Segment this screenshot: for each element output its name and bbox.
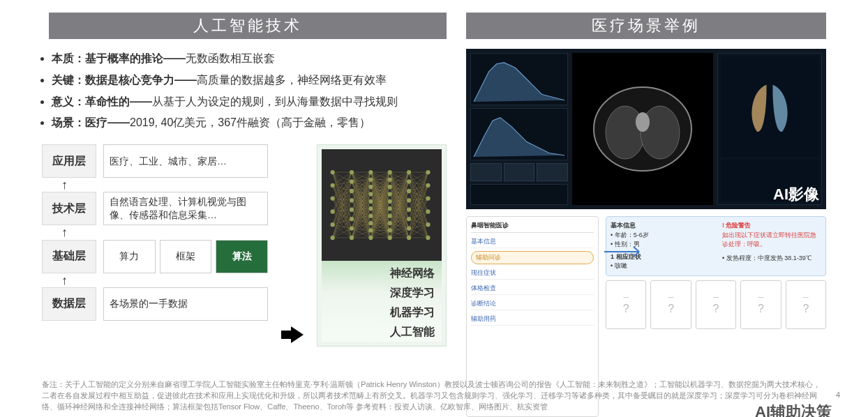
diag-line: 基本信息: [471, 236, 594, 248]
nn-label-1: 神经网络: [322, 264, 435, 283]
diagnosis-title: 鼻咽智能医诊: [471, 221, 594, 233]
suggestion-card: —?: [606, 280, 646, 329]
svg-point-365: [350, 198, 354, 202]
svg-line-314: [409, 172, 428, 181]
bullet-1: 本质：基于概率的推论——无数函数相互嵌套: [52, 49, 447, 69]
svg-point-394: [407, 208, 411, 212]
diag-line: 现往症状: [471, 267, 594, 280]
svg-point-403: [426, 236, 430, 240]
arrow-up-icon: ↑: [61, 225, 268, 239]
bullet-3: 意义：革命性的——从基于人为设定的规则，到从海量数据中寻找规则: [52, 92, 447, 112]
svg-line-299: [390, 231, 409, 238]
svg-line-229: [390, 172, 409, 181]
svg-point-377: [368, 221, 373, 225]
diag-pill: 辅助问诊: [471, 251, 594, 264]
svg-point-389: [388, 236, 392, 240]
right-column: AI影像 鼻咽智能医诊 基本信息 辅助问诊 现往症状 体格检查 诊断结论 辅助用…: [466, 49, 826, 417]
section-header-left: 人工智能技术: [49, 13, 447, 39]
bullet-2: 关键：数据是核心竞争力——高质量的数据越多，神经网络更有效率: [52, 70, 447, 91]
page-number: 4: [836, 391, 840, 399]
svg-point-401: [426, 209, 430, 213]
svg-point-383: [388, 192, 392, 196]
svg-line-36: [333, 210, 352, 225]
layer-tech-label: 技术层: [42, 192, 96, 225]
svg-line-31: [333, 212, 352, 238]
svg-point-364: [350, 189, 354, 193]
architecture-diagram: 应用层 医疗、工业、城市、家居… ↑ 技术层 自然语言处理、计算机视觉与图像、传…: [42, 144, 447, 417]
svg-point-398: [426, 170, 430, 174]
layer-data-body: 各场景的一手数据: [103, 287, 268, 321]
svg-point-385: [388, 206, 392, 211]
svg-point-381: [388, 178, 392, 182]
svg-point-371: [368, 178, 373, 182]
svg-point-393: [407, 198, 411, 202]
suggestion-card: —?: [696, 280, 736, 329]
suggestion-card: —?: [786, 280, 826, 329]
data-table-panel: [470, 184, 568, 205]
layer-base-label: 基础层: [42, 240, 96, 273]
svg-line-310: [409, 172, 428, 199]
svg-point-395: [407, 217, 411, 221]
diag-line: 诊断结论: [471, 298, 594, 310]
svg-point-362: [350, 170, 354, 174]
svg-point-359: [331, 209, 335, 213]
suggestion-card: —?: [740, 280, 781, 329]
svg-line-353: [409, 212, 428, 238]
svg-line-42: [333, 191, 352, 238]
svg-line-351: [409, 185, 428, 238]
section-header-right: 医疗场景举例: [466, 13, 826, 39]
ai-imaging-label: AI影像: [773, 184, 819, 205]
svg-point-390: [407, 170, 411, 174]
svg-point-399: [426, 183, 430, 188]
svg-point-392: [407, 189, 411, 193]
footnote: 备注：关于人工智能的定义分别来自麻省理工学院人工智能实验室主任帕特里克·亨利·温…: [42, 379, 826, 413]
nn-label-4: 人工智能: [322, 322, 435, 342]
nn-label-2: 深度学习: [322, 283, 435, 303]
svg-point-370: [368, 170, 373, 174]
svg-point-386: [388, 214, 392, 218]
svg-point-369: [350, 236, 354, 240]
diag-line: 体格检查: [471, 282, 594, 295]
svg-point-375: [368, 206, 373, 211]
bullet-4: 场景：医疗——2019, 40亿美元，367件融资（高于金融，零售）: [52, 113, 447, 133]
svg-line-327: [409, 185, 428, 200]
arrow-right-icon: [603, 241, 648, 262]
suggestion-card: —?: [650, 280, 691, 329]
svg-point-372: [368, 185, 373, 189]
layer-app-body: 医疗、工业、城市、家居…: [103, 144, 268, 178]
neural-network-illustration: [322, 149, 442, 261]
suggestion-cards: —? —? —? —? —?: [606, 280, 826, 329]
svg-line-26: [333, 191, 352, 211]
svg-line-117: [352, 229, 371, 238]
svg-point-373: [368, 192, 373, 196]
lung-3d-panel: [717, 53, 822, 205]
ai-imaging-screenshot: AI影像: [466, 49, 826, 209]
histogram-panel: [470, 53, 568, 105]
layer-app: 应用层 医疗、工业、城市、家居…: [42, 144, 268, 178]
layer-base-compute: 算力: [103, 240, 156, 273]
svg-point-402: [426, 222, 430, 227]
svg-line-16: [333, 172, 352, 199]
arrow-up-icon: ↑: [61, 273, 268, 287]
layer-base-framework: 框架: [160, 240, 212, 273]
svg-point-380: [388, 170, 392, 174]
svg-line-340: [409, 199, 428, 219]
thumbnail-row: [470, 163, 568, 181]
histogram-panel: [470, 108, 568, 160]
svg-point-358: [331, 197, 335, 201]
svg-line-306: [390, 229, 409, 238]
svg-line-46: [333, 229, 352, 238]
ct-scan-view: [572, 53, 713, 205]
svg-point-400: [426, 197, 430, 201]
neural-network-panel: 神经网络 深度学习 机器学习 人工智能: [317, 144, 447, 347]
svg-line-58: [352, 172, 371, 181]
svg-point-396: [407, 227, 411, 231]
svg-point-363: [350, 180, 354, 184]
svg-line-32: [333, 172, 352, 225]
svg-point-368: [350, 227, 354, 231]
svg-point-360: [331, 222, 335, 227]
arrow-up-icon: ↑: [61, 178, 268, 192]
left-column: 本质：基于概率的推论——无数函数相互嵌套 关键：数据是核心竞争力——高质量的数据…: [42, 49, 447, 417]
svg-point-387: [388, 221, 392, 225]
svg-point-388: [388, 229, 392, 233]
